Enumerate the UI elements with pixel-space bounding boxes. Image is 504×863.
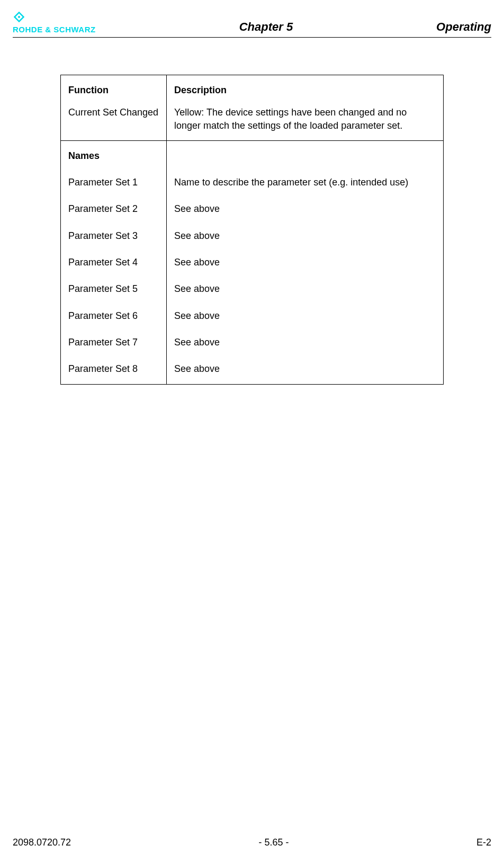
page-footer: 2098.0720.72 - 5.65 - E-2 — [13, 837, 491, 848]
list-item: See above — [174, 362, 436, 375]
list-item: See above — [174, 202, 436, 215]
table-row: Names Parameter Set 1 Parameter Set 2 Pa… — [61, 140, 444, 384]
footer-revision: E-2 — [476, 837, 491, 848]
page-header: ROHDE & SCHWARZ Chapter 5 Operating — [13, 11, 491, 38]
list-item: Parameter Set 4 — [68, 256, 159, 269]
footer-page-number: - 5.65 - — [259, 837, 289, 848]
document-page: ROHDE & SCHWARZ Chapter 5 Operating Func… — [0, 0, 504, 863]
table-row: Function Current Set Changed Description… — [61, 75, 444, 141]
function-label: Current Set Changed — [68, 106, 159, 119]
list-item: See above — [174, 256, 436, 269]
footer-doc-number: 2098.0720.72 — [13, 837, 71, 848]
list-item: Parameter Set 7 — [68, 336, 159, 349]
list-item: See above — [174, 282, 436, 295]
svg-point-1 — [18, 16, 20, 18]
names-header: Names — [68, 149, 159, 162]
column-header-function: Function — [68, 84, 159, 96]
table-cell-function: Function Current Set Changed — [61, 75, 167, 141]
section-title: Operating — [436, 20, 491, 34]
logo-diamond-icon — [13, 11, 25, 26]
parameter-desc-list: Name to describe the parameter set (e.g.… — [174, 176, 436, 375]
table-cell-description: Description Yellow: The device settings … — [167, 75, 444, 141]
table-cell-names-desc: Name to describe the parameter set (e.g.… — [167, 140, 444, 384]
spacer — [174, 149, 436, 162]
table-cell-names: Names Parameter Set 1 Parameter Set 2 Pa… — [61, 140, 167, 384]
list-item: Parameter Set 3 — [68, 229, 159, 242]
list-item: See above — [174, 309, 436, 322]
list-item: Parameter Set 1 — [68, 176, 159, 189]
list-item: See above — [174, 336, 436, 349]
list-item: Parameter Set 8 — [68, 362, 159, 375]
list-item: Name to describe the parameter set (e.g.… — [174, 176, 436, 189]
list-item: Parameter Set 2 — [68, 202, 159, 215]
logo-text: ROHDE & SCHWARZ — [13, 25, 96, 34]
brand-logo: ROHDE & SCHWARZ — [13, 11, 96, 34]
description-text: Yellow: The device settings have been ch… — [174, 106, 436, 132]
list-item: See above — [174, 229, 436, 242]
parameter-names-list: Parameter Set 1 Parameter Set 2 Paramete… — [68, 176, 159, 375]
function-description-table: Function Current Set Changed Description… — [60, 75, 444, 385]
chapter-title: Chapter 5 — [96, 20, 436, 34]
content-area: Function Current Set Changed Description… — [13, 38, 491, 385]
list-item: Parameter Set 5 — [68, 282, 159, 295]
list-item: Parameter Set 6 — [68, 309, 159, 322]
column-header-description: Description — [174, 84, 436, 96]
